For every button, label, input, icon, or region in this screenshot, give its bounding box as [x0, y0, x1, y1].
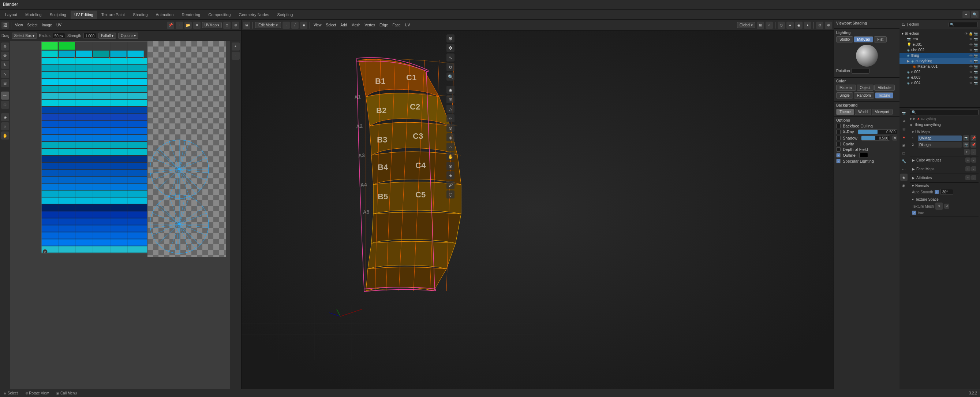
move-tool[interactable]: ✥	[1, 52, 9, 60]
vp-menu-add[interactable]: Add	[339, 22, 348, 28]
vertex-select-mode[interactable]: ·	[283, 22, 290, 29]
flat-btn[interactable]: Flat	[874, 36, 887, 43]
attrs-collapse[interactable]: -	[971, 175, 976, 180]
shadow-slider[interactable]: 0.500	[861, 136, 890, 140]
solid-shading-icon[interactable]: ●	[786, 22, 794, 29]
face-maps-collapse[interactable]: -	[971, 166, 976, 171]
annotate-tool[interactable]: ✏	[1, 92, 9, 100]
texture-space-title[interactable]: ▾ Texture Space	[912, 198, 976, 201]
texture-tab[interactable]: Texture	[875, 92, 894, 99]
shadow-checkbox[interactable]	[836, 136, 841, 140]
grab-tool[interactable]: ✋	[1, 131, 9, 140]
viewport-tab[interactable]: Viewport	[872, 109, 892, 115]
viewport-type-icon[interactable]: 🖥	[243, 22, 250, 29]
disegn-pin-icon[interactable]: 📌	[970, 142, 976, 148]
remove-uv-map-button[interactable]: -	[970, 149, 976, 155]
select-box-dropdown[interactable]: Select Box ▾	[12, 33, 37, 39]
vp-menu-edge[interactable]: Edge	[378, 22, 389, 28]
uv-open-icon[interactable]: 📂	[185, 22, 192, 29]
random-tab[interactable]: Random	[854, 92, 874, 99]
tab-compositing[interactable]: Compositing	[205, 11, 234, 19]
relax-tool[interactable]: ○	[1, 122, 9, 131]
uv-menu-view[interactable]: View	[14, 22, 24, 28]
overlay-toggle[interactable]: ⊙	[816, 22, 823, 29]
tab-texture-paint[interactable]: Texture Paint	[98, 11, 129, 19]
uv-canvas[interactable]: ⊕ + -	[10, 41, 241, 389]
uv-gizmo-icon[interactable]: ⊕	[232, 22, 239, 29]
tab-layout[interactable]: Layout	[2, 11, 21, 19]
output-props-icon[interactable]: 🖥	[900, 117, 908, 124]
face-maps-title[interactable]: ▶ Face Maps + -	[912, 166, 976, 171]
uv-overlay-icon[interactable]: ⊙	[223, 22, 231, 29]
outline-item-cube002[interactable]: ◈ ube.002 👁 📷	[899, 47, 980, 53]
data-props-icon[interactable]: ◈	[900, 174, 908, 181]
view-layer-props-icon[interactable]: ⊞	[900, 125, 908, 132]
add-workspace-button[interactable]: +	[963, 11, 970, 18]
backface-culling-checkbox[interactable]	[836, 124, 841, 128]
vp-menu-select[interactable]: Select	[325, 22, 338, 28]
outline-item-light[interactable]: 💡 e.001 👁 📷	[899, 42, 980, 47]
outline-item-e002[interactable]: ◈ e.002 👁 📷	[899, 69, 980, 75]
edge-select-mode[interactable]: /	[291, 22, 299, 29]
color-attributes-title[interactable]: ▶ Color Attributes + -	[912, 158, 976, 163]
falloff-dropdown[interactable]: Falloff ▾	[99, 33, 116, 39]
tab-uv-editing[interactable]: UV Editing	[71, 11, 97, 19]
transform-global-dropdown[interactable]: Global ▾	[737, 22, 755, 28]
options-dropdown[interactable]: Options ▾	[118, 33, 138, 39]
uv-menu-image[interactable]: Image	[40, 22, 53, 28]
material-props-icon[interactable]: ◉	[900, 182, 908, 189]
gizmo-toggle[interactable]: ⊕	[825, 22, 832, 29]
object-props-icon[interactable]: □	[900, 150, 908, 157]
properties-search[interactable]	[910, 109, 978, 115]
tab-rendering[interactable]: Rendering	[178, 11, 204, 19]
auto-smooth-checkbox[interactable]: ✓	[935, 190, 939, 194]
uvmap-pin-icon[interactable]: 📌	[970, 135, 976, 141]
auto-smooth-angle[interactable]: 30°	[940, 189, 953, 195]
texture-mesh-expand[interactable]: ↗	[944, 204, 949, 209]
matcap-btn[interactable]: MatCap	[854, 36, 873, 43]
radius-value[interactable]: 50 px	[53, 33, 65, 39]
attributes-title[interactable]: ▶ Attributes + -	[912, 175, 976, 180]
uv-new-icon[interactable]: +	[176, 22, 183, 29]
xray-checkbox[interactable]	[836, 130, 841, 134]
uv-image-select[interactable]: UVMap ▾	[202, 22, 222, 28]
object-tab[interactable]: Object	[857, 85, 874, 91]
wireframe-icon[interactable]: ⬡	[778, 22, 785, 29]
uv-menu-uv[interactable]: UV	[55, 22, 63, 28]
uv-editor-type-icon[interactable]: 🖼	[2, 22, 9, 29]
edit-mode-dropdown[interactable]: Edit Mode ▾	[255, 22, 281, 28]
vp-menu-face[interactable]: Face	[391, 22, 402, 28]
xray-slider[interactable]: 0.500	[858, 129, 897, 134]
specular-checkbox[interactable]: ✓	[836, 159, 841, 163]
disegn-camera-icon[interactable]: 📷	[963, 142, 969, 148]
material-shading-icon[interactable]: ◉	[795, 22, 802, 29]
rotation-input[interactable]	[851, 68, 870, 73]
texture-mesh-dropdown[interactable]: ▾	[935, 202, 943, 210]
outline-item-camera[interactable]: 📷 era 👁 📷	[899, 36, 980, 42]
shadow-settings-icon[interactable]: ⚙	[892, 136, 897, 140]
vp-menu-uv[interactable]: UV	[404, 22, 412, 28]
tab-geometry-nodes[interactable]: Geometry Nodes	[235, 11, 273, 19]
snap-icon[interactable]: ⊞	[757, 22, 764, 29]
uv-pin-icon[interactable]: 📌	[167, 22, 174, 29]
search-button[interactable]: 🔍	[971, 11, 978, 18]
uv-close-icon[interactable]: ✕	[193, 22, 200, 29]
attribute-tab[interactable]: Attribute	[874, 85, 894, 91]
modifier-props-icon[interactable]: 🔧	[900, 158, 908, 165]
face-select-mode[interactable]: ■	[300, 22, 307, 29]
world-tab[interactable]: World	[855, 109, 871, 115]
strength-value[interactable]: 1.000	[83, 33, 96, 39]
tab-shading[interactable]: Shading	[129, 11, 151, 19]
vp-menu-vertex[interactable]: Vertex	[363, 22, 377, 28]
color-attr-expand[interactable]: +	[966, 158, 970, 163]
face-maps-expand[interactable]: +	[966, 166, 970, 171]
auto-texture-space-checkbox[interactable]: ✓	[912, 210, 916, 215]
single-tab[interactable]: Single	[836, 92, 853, 99]
tab-scripting[interactable]: Scripting	[274, 11, 296, 19]
particles-props-icon[interactable]: ⋯	[900, 166, 908, 173]
vp-menu-mesh[interactable]: Mesh	[350, 22, 361, 28]
dof-checkbox[interactable]	[836, 147, 841, 151]
tab-animation[interactable]: Animation	[152, 11, 178, 19]
rendered-shading-icon[interactable]: ★	[804, 22, 811, 29]
uv-zoom-out[interactable]: -	[232, 52, 240, 60]
